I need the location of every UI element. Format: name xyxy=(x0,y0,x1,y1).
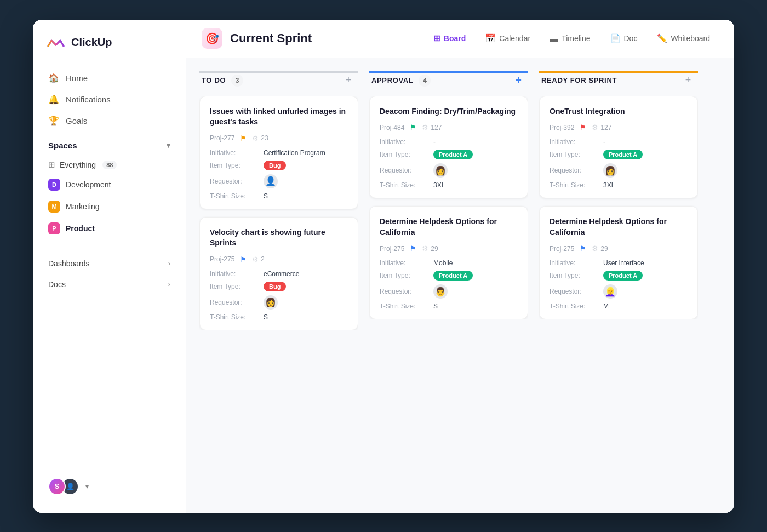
doc-tab-label: Doc xyxy=(624,34,638,43)
card-approval-2-fields: Initiative: Mobile Item Type: Product A … xyxy=(380,259,518,310)
sidebar-item-notifications[interactable]: 🔔 Notifications xyxy=(42,89,177,110)
card-approval-1-score: ⚙ 127 xyxy=(422,123,442,131)
card-approval-1-fields: Initiative: - Item Type: Product A Reque… xyxy=(380,138,518,189)
column-todo-cards: Issues with linked unfurled images in gu… xyxy=(199,96,358,330)
score-icon-a2: ⚙ xyxy=(422,244,428,253)
field-requestor-label-2: Requestor: xyxy=(210,295,259,310)
tab-board[interactable]: ⊞ Board xyxy=(425,29,474,48)
card-todo-2-title: Velocity chart is showing future Sprints xyxy=(210,227,348,249)
tab-calendar[interactable]: 📅 Calendar xyxy=(477,29,539,48)
card-ready-1: OneTrust Integration Proj-392 ⚑ ⚙ 127 In… xyxy=(539,96,698,199)
sidebar-divider xyxy=(42,247,177,247)
card-ready-2-itemtype: Product A xyxy=(603,271,688,281)
column-todo-count: 3 xyxy=(231,75,243,87)
product-dot: P xyxy=(48,222,60,234)
field-requestor-label-a2: Requestor: xyxy=(380,284,429,299)
card-todo-1-tshirt: S xyxy=(264,192,348,200)
sidebar-item-everything[interactable]: ⊞ Everything 88 xyxy=(42,156,177,174)
docs-chevron-icon: › xyxy=(168,280,170,288)
everything-icon: ⊞ xyxy=(48,160,55,170)
field-initiative-label-r2: Initiative: xyxy=(550,259,599,267)
requestor-avatar-r1 xyxy=(603,163,617,178)
card-ready-2-tshirt: M xyxy=(603,302,688,310)
column-todo-title-row: TO DO 3 xyxy=(202,75,243,87)
score-icon-r1: ⚙ xyxy=(592,123,598,131)
card-approval-2-title: Determine Helpdesk Options for Californi… xyxy=(380,216,518,238)
tab-doc[interactable]: 📄 Doc xyxy=(602,29,646,48)
product-badge-r1: Product A xyxy=(603,150,643,159)
card-approval-1-requestor xyxy=(433,163,518,178)
column-todo-header: TO DO 3 + xyxy=(199,71,358,96)
tab-whiteboard[interactable]: ✏️ Whiteboard xyxy=(648,29,719,48)
score-icon-2: ⚙ xyxy=(252,255,259,264)
card-approval-2-proj: Proj-275 xyxy=(380,245,404,253)
score-icon-a1: ⚙ xyxy=(422,123,428,131)
main-header: 🎯 Current Sprint ⊞ Board 📅 Calendar ▬ Ti… xyxy=(186,20,734,58)
dashboards-chevron-icon: › xyxy=(168,259,170,267)
field-itemtype-label-r2: Item Type: xyxy=(550,271,599,281)
sidebar: ClickUp 🏠 Home 🔔 Notifications 🏆 Goals S… xyxy=(33,20,186,513)
card-todo-1-initiative: Certification Program xyxy=(264,149,348,157)
column-approval-header: APPROVAL 4 + xyxy=(369,71,528,96)
card-approval-2-itemtype: Product A xyxy=(433,271,518,281)
product-label: Product xyxy=(66,224,95,233)
home-icon: 🏠 xyxy=(48,73,59,83)
card-approval-2-score: ⚙ 29 xyxy=(422,244,438,253)
column-ready-header: READY FOR SPRINT + xyxy=(539,71,698,96)
sidebar-item-docs[interactable]: Docs › xyxy=(42,274,177,294)
card-ready-1-initiative: - xyxy=(603,138,688,146)
whiteboard-tab-icon: ✏️ xyxy=(657,33,667,43)
sidebar-home-label: Home xyxy=(66,73,88,83)
sidebar-item-dashboards[interactable]: Dashboards › xyxy=(42,254,177,273)
app-name: ClickUp xyxy=(71,36,112,49)
card-ready-1-meta: Proj-392 ⚑ ⚙ 127 xyxy=(550,123,688,131)
clickup-logo-icon xyxy=(46,33,66,53)
field-requestor-label-r2: Requestor: xyxy=(550,284,599,299)
requestor-avatar-a1 xyxy=(433,163,448,178)
card-approval-1: Deacom Finding: Dry/Trim/Packaging Proj-… xyxy=(369,96,528,199)
spaces-chevron-icon: ▾ xyxy=(167,141,170,150)
dashboards-label: Dashboards xyxy=(48,259,90,268)
field-initiative-label-a2: Initiative: xyxy=(380,259,429,267)
whiteboard-tab-label: Whiteboard xyxy=(671,34,710,43)
card-todo-1: Issues with linked unfurled images in gu… xyxy=(199,96,358,209)
main-content: 🎯 Current Sprint ⊞ Board 📅 Calendar ▬ Ti… xyxy=(186,20,734,513)
card-ready-1-itemtype: Product A xyxy=(603,150,688,159)
card-ready-2: Determine Helpdesk Options for Californi… xyxy=(539,206,698,319)
column-todo: TO DO 3 + Issues with linked unfurled im… xyxy=(199,71,358,500)
sidebar-item-development[interactable]: D Development xyxy=(42,174,177,195)
sidebar-item-goals[interactable]: 🏆 Goals xyxy=(42,111,177,131)
tab-timeline[interactable]: ▬ Timeline xyxy=(541,30,599,48)
marketing-label: Marketing xyxy=(66,202,99,211)
column-approval-add-button[interactable]: + xyxy=(511,73,526,88)
spaces-section-header[interactable]: Spaces ▾ xyxy=(42,132,177,156)
column-todo-add-button[interactable]: + xyxy=(341,73,356,88)
development-label: Development xyxy=(66,180,111,189)
sidebar-item-marketing[interactable]: M Marketing xyxy=(42,196,177,217)
field-tshirt-label-a2: T-Shirt Size: xyxy=(380,302,429,310)
card-ready-2-title: Determine Helpdesk Options for Californi… xyxy=(550,216,688,238)
card-approval-1-proj: Proj-484 xyxy=(380,124,404,131)
column-ready-add-button[interactable]: + xyxy=(680,73,696,88)
app-container: ClickUp 🏠 Home 🔔 Notifications 🏆 Goals S… xyxy=(33,20,734,513)
sidebar-item-product[interactable]: P Product xyxy=(42,218,177,239)
docs-label: Docs xyxy=(48,280,66,289)
sidebar-goals-label: Goals xyxy=(66,116,87,125)
field-itemtype-label-a2: Item Type: xyxy=(380,271,429,281)
card-approval-2-requestor xyxy=(433,284,518,299)
card-ready-1-flag-icon: ⚑ xyxy=(580,123,586,131)
requestor-avatar-a2 xyxy=(433,284,448,299)
card-ready-1-score: ⚙ 127 xyxy=(592,123,611,131)
column-approval-cards: Deacom Finding: Dry/Trim/Packaging Proj-… xyxy=(369,96,528,320)
column-todo-title: TO DO xyxy=(202,76,226,84)
field-itemtype-label-2: Item Type: xyxy=(210,282,259,291)
card-ready-1-title: OneTrust Integration xyxy=(550,106,688,117)
card-todo-2-meta: Proj-275 ⚑ ⚙ 2 xyxy=(210,255,348,264)
product-badge-r2: Product A xyxy=(603,271,643,281)
development-dot: D xyxy=(48,179,60,191)
card-ready-1-tshirt: 3XL xyxy=(603,181,688,189)
field-initiative-label-a1: Initiative: xyxy=(380,138,429,146)
requestor-avatar-r2 xyxy=(603,284,617,299)
sidebar-item-home[interactable]: 🏠 Home xyxy=(42,68,177,88)
doc-tab-icon: 📄 xyxy=(610,33,621,43)
